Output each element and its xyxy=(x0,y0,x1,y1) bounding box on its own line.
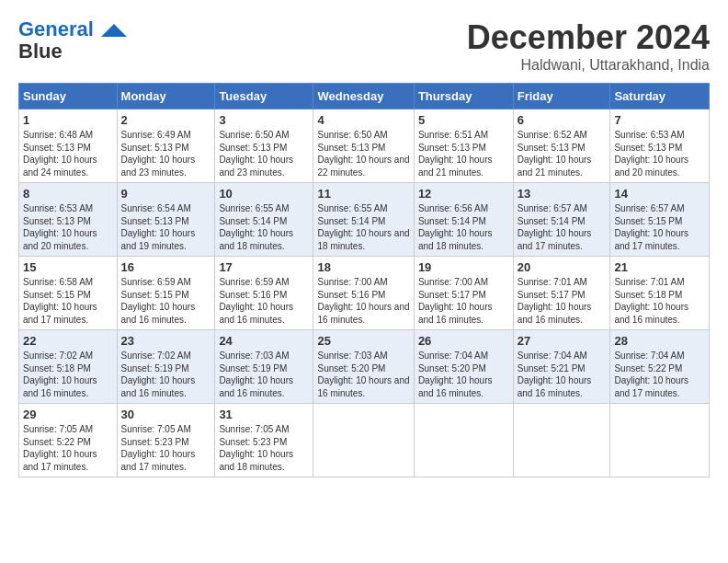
day-info: Sunrise: 6:53 AM Sunset: 5:13 PM Dayligh… xyxy=(23,202,113,252)
calendar-day-cell: 4Sunrise: 6:50 AM Sunset: 5:13 PM Daylig… xyxy=(313,109,414,183)
day-number: 30 xyxy=(121,408,211,421)
day-info: Sunrise: 7:02 AM Sunset: 5:18 PM Dayligh… xyxy=(23,350,113,399)
day-number: 5 xyxy=(418,113,509,127)
day-info: Sunrise: 7:05 AM Sunset: 5:23 PM Dayligh… xyxy=(219,423,309,473)
day-info: Sunrise: 6:55 AM Sunset: 5:14 PM Dayligh… xyxy=(219,202,309,252)
day-number: 13 xyxy=(518,187,607,201)
day-info: Sunrise: 7:03 AM Sunset: 5:20 PM Dayligh… xyxy=(317,350,409,399)
calendar-day-cell: 8Sunrise: 6:53 AM Sunset: 5:13 PM Daylig… xyxy=(19,183,118,257)
calendar-day-cell: 29Sunrise: 7:05 AM Sunset: 5:22 PM Dayli… xyxy=(19,404,118,477)
calendar-day-cell xyxy=(513,404,610,477)
weekday-header-cell: Saturday xyxy=(610,84,710,109)
calendar-day-cell: 15Sunrise: 6:58 AM Sunset: 5:15 PM Dayli… xyxy=(19,257,118,330)
calendar-day-cell: 27Sunrise: 7:04 AM Sunset: 5:21 PM Dayli… xyxy=(513,330,610,404)
day-number: 20 xyxy=(518,260,607,274)
calendar-body: 1Sunrise: 6:48 AM Sunset: 5:13 PM Daylig… xyxy=(19,109,710,477)
day-info: Sunrise: 6:57 AM Sunset: 5:15 PM Dayligh… xyxy=(614,202,705,252)
calendar-day-cell: 6Sunrise: 6:52 AM Sunset: 5:13 PM Daylig… xyxy=(513,109,610,183)
calendar-day-cell: 18Sunrise: 7:00 AM Sunset: 5:16 PM Dayli… xyxy=(313,257,414,330)
calendar-day-cell xyxy=(610,404,710,477)
day-number: 15 xyxy=(23,260,113,274)
day-number: 28 xyxy=(614,334,705,348)
day-info: Sunrise: 6:58 AM Sunset: 5:15 PM Dayligh… xyxy=(23,276,113,326)
calendar-day-cell: 11Sunrise: 6:55 AM Sunset: 5:14 PM Dayli… xyxy=(313,183,414,257)
calendar-day-cell: 25Sunrise: 7:03 AM Sunset: 5:20 PM Dayli… xyxy=(313,330,414,404)
page-header: General Blue December 2024 Haldwani, Utt… xyxy=(18,18,710,74)
calendar-week-row: 8Sunrise: 6:53 AM Sunset: 5:13 PM Daylig… xyxy=(19,183,710,257)
day-number: 11 xyxy=(317,187,409,201)
day-number: 26 xyxy=(418,334,509,348)
calendar-week-row: 22Sunrise: 7:02 AM Sunset: 5:18 PM Dayli… xyxy=(19,330,710,404)
day-number: 25 xyxy=(317,334,409,348)
day-info: Sunrise: 6:52 AM Sunset: 5:13 PM Dayligh… xyxy=(518,129,607,178)
calendar-day-cell: 13Sunrise: 6:57 AM Sunset: 5:14 PM Dayli… xyxy=(513,183,610,257)
day-info: Sunrise: 6:54 AM Sunset: 5:13 PM Dayligh… xyxy=(121,202,211,252)
calendar-day-cell: 24Sunrise: 7:03 AM Sunset: 5:19 PM Dayli… xyxy=(215,330,313,404)
calendar-day-cell xyxy=(414,404,513,477)
calendar-day-cell: 3Sunrise: 6:50 AM Sunset: 5:13 PM Daylig… xyxy=(215,109,313,183)
calendar-table: SundayMondayTuesdayWednesdayThursdayFrid… xyxy=(18,83,710,477)
weekday-header-cell: Thursday xyxy=(414,84,513,109)
day-info: Sunrise: 6:53 AM Sunset: 5:13 PM Dayligh… xyxy=(614,129,705,178)
calendar-day-cell: 14Sunrise: 6:57 AM Sunset: 5:15 PM Dayli… xyxy=(610,183,710,257)
day-info: Sunrise: 7:05 AM Sunset: 5:22 PM Dayligh… xyxy=(23,423,113,473)
calendar-week-row: 1Sunrise: 6:48 AM Sunset: 5:13 PM Daylig… xyxy=(19,109,710,183)
day-info: Sunrise: 6:59 AM Sunset: 5:16 PM Dayligh… xyxy=(219,276,309,326)
calendar-day-cell: 23Sunrise: 7:02 AM Sunset: 5:19 PM Dayli… xyxy=(117,330,215,404)
day-number: 10 xyxy=(219,187,309,201)
month-title: December 2024 xyxy=(467,18,710,57)
day-number: 3 xyxy=(219,113,309,127)
day-number: 1 xyxy=(23,113,113,127)
day-number: 14 xyxy=(614,187,705,201)
location: Haldwani, Uttarakhand, India xyxy=(467,57,710,74)
day-info: Sunrise: 7:00 AM Sunset: 5:17 PM Dayligh… xyxy=(418,276,509,326)
day-info: Sunrise: 6:49 AM Sunset: 5:13 PM Dayligh… xyxy=(121,129,211,178)
calendar-day-cell: 12Sunrise: 6:56 AM Sunset: 5:14 PM Dayli… xyxy=(414,183,513,257)
weekday-header-cell: Wednesday xyxy=(313,84,414,109)
day-info: Sunrise: 6:59 AM Sunset: 5:15 PM Dayligh… xyxy=(121,276,211,326)
day-info: Sunrise: 7:05 AM Sunset: 5:23 PM Dayligh… xyxy=(121,423,211,473)
calendar-day-cell: 1Sunrise: 6:48 AM Sunset: 5:13 PM Daylig… xyxy=(19,109,118,183)
day-number: 22 xyxy=(23,334,113,348)
weekday-header-cell: Tuesday xyxy=(215,84,313,109)
weekday-header-cell: Sunday xyxy=(19,84,118,109)
day-number: 17 xyxy=(219,260,309,274)
day-info: Sunrise: 6:50 AM Sunset: 5:13 PM Dayligh… xyxy=(219,129,309,178)
day-number: 4 xyxy=(317,113,409,127)
day-number: 29 xyxy=(23,408,113,421)
calendar-week-row: 15Sunrise: 6:58 AM Sunset: 5:15 PM Dayli… xyxy=(19,257,710,330)
day-info: Sunrise: 7:01 AM Sunset: 5:18 PM Dayligh… xyxy=(614,276,705,326)
day-info: Sunrise: 7:02 AM Sunset: 5:19 PM Dayligh… xyxy=(121,350,211,399)
day-number: 9 xyxy=(121,187,211,201)
calendar-day-cell: 9Sunrise: 6:54 AM Sunset: 5:13 PM Daylig… xyxy=(117,183,215,257)
day-info: Sunrise: 6:55 AM Sunset: 5:14 PM Dayligh… xyxy=(317,202,409,252)
day-info: Sunrise: 7:00 AM Sunset: 5:16 PM Dayligh… xyxy=(317,276,409,326)
day-info: Sunrise: 7:04 AM Sunset: 5:22 PM Dayligh… xyxy=(614,350,705,399)
day-number: 12 xyxy=(418,187,509,201)
calendar-day-cell: 17Sunrise: 6:59 AM Sunset: 5:16 PM Dayli… xyxy=(215,257,313,330)
calendar-week-row: 29Sunrise: 7:05 AM Sunset: 5:22 PM Dayli… xyxy=(19,404,710,477)
logo-text: General xyxy=(18,18,127,40)
day-number: 8 xyxy=(23,187,113,201)
logo-blue: Blue xyxy=(18,40,63,63)
calendar-day-cell: 20Sunrise: 7:01 AM Sunset: 5:17 PM Dayli… xyxy=(513,257,610,330)
day-number: 18 xyxy=(317,260,409,274)
day-info: Sunrise: 6:48 AM Sunset: 5:13 PM Dayligh… xyxy=(23,129,113,178)
day-number: 7 xyxy=(614,113,705,127)
weekday-header-cell: Friday xyxy=(513,84,610,109)
calendar-day-cell: 5Sunrise: 6:51 AM Sunset: 5:13 PM Daylig… xyxy=(414,109,513,183)
calendar-day-cell: 10Sunrise: 6:55 AM Sunset: 5:14 PM Dayli… xyxy=(215,183,313,257)
calendar-day-cell: 2Sunrise: 6:49 AM Sunset: 5:13 PM Daylig… xyxy=(117,109,215,183)
day-number: 23 xyxy=(121,334,211,348)
day-info: Sunrise: 7:03 AM Sunset: 5:19 PM Dayligh… xyxy=(219,350,309,399)
logo: General Blue xyxy=(18,18,127,63)
calendar-day-cell: 19Sunrise: 7:00 AM Sunset: 5:17 PM Dayli… xyxy=(414,257,513,330)
calendar-day-cell: 28Sunrise: 7:04 AM Sunset: 5:22 PM Dayli… xyxy=(610,330,710,404)
svg-marker-0 xyxy=(101,24,127,37)
day-info: Sunrise: 6:51 AM Sunset: 5:13 PM Dayligh… xyxy=(418,129,509,178)
day-info: Sunrise: 7:01 AM Sunset: 5:17 PM Dayligh… xyxy=(518,276,607,326)
calendar-day-cell: 22Sunrise: 7:02 AM Sunset: 5:18 PM Dayli… xyxy=(19,330,118,404)
calendar-day-cell: 30Sunrise: 7:05 AM Sunset: 5:23 PM Dayli… xyxy=(117,404,215,477)
day-number: 2 xyxy=(121,113,211,127)
weekday-header-row: SundayMondayTuesdayWednesdayThursdayFrid… xyxy=(19,84,710,109)
